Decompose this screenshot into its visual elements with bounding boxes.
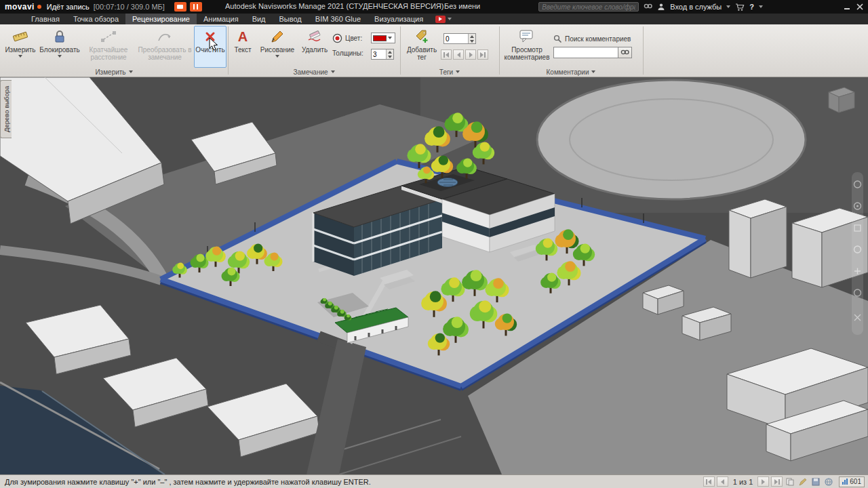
chevron-down-icon xyxy=(18,55,22,58)
thickness-spinner[interactable] xyxy=(371,49,394,60)
next-tag-button[interactable] xyxy=(465,49,476,60)
measure-group-label-text: Измерить xyxy=(95,68,125,76)
help-button[interactable]: ? xyxy=(749,3,754,11)
tag-number-input[interactable] xyxy=(444,34,468,43)
redline-erase-button[interactable]: Удалить xyxy=(300,26,330,68)
thickness-input[interactable] xyxy=(372,49,386,59)
add-tag-button[interactable]: Добавить тег xyxy=(404,26,439,68)
tab-output[interactable]: Вывод xyxy=(273,14,309,24)
tab-animation[interactable]: Анимация xyxy=(197,14,245,24)
spinner-up-icon[interactable] xyxy=(470,35,474,38)
recorder-plugin-tab[interactable] xyxy=(430,14,457,24)
tab-render[interactable]: Визуализация xyxy=(368,14,430,24)
web-indicator-icon xyxy=(823,476,834,487)
find-comments-row: Поиск комментариев xyxy=(553,35,631,43)
chevron-down-icon[interactable] xyxy=(726,5,730,8)
tags-group-label[interactable]: Теги xyxy=(400,67,499,77)
app-title: Autodesk Navisworks Manage 2021 (СТУДЕНЧ… xyxy=(225,2,443,10)
find-comments-go-button[interactable] xyxy=(618,47,632,58)
redline-group-label-text: Замечание xyxy=(293,68,328,76)
tab-viewpoint[interactable]: Точка обзора xyxy=(66,14,125,24)
tags-group-label-text: Теги xyxy=(439,68,453,76)
clear-button[interactable]: Очистить xyxy=(194,26,226,68)
comments-group-label[interactable]: Комментарии xyxy=(499,67,643,77)
tag-icon xyxy=(414,28,430,45)
tab-review[interactable]: Рецензирование xyxy=(125,14,197,24)
redline-erase-label: Удалить xyxy=(302,46,328,54)
spinner-down-icon[interactable] xyxy=(470,40,474,43)
chevron-down-icon xyxy=(129,70,133,73)
add-tag-label: Добавить тег xyxy=(405,46,439,61)
viewport-3d-scene[interactable] xyxy=(0,77,868,474)
chevron-down-icon xyxy=(58,55,62,58)
recording-time: [00:07:10 / 309.0 МБ] xyxy=(94,3,165,11)
chevron-down-icon xyxy=(456,70,460,73)
last-tag-button[interactable] xyxy=(477,49,488,60)
memory-value: 601 xyxy=(850,478,861,485)
user-icon xyxy=(657,3,665,11)
minimize-button[interactable] xyxy=(843,3,851,11)
redline-color-row: Цвет: xyxy=(332,33,362,43)
selection-tree-tab-label: Дерево выбора xyxy=(3,86,10,132)
close-button[interactable] xyxy=(856,3,864,11)
camera-icon xyxy=(177,5,183,9)
shortest-distance-button: Кратчайшее расстояние xyxy=(81,26,136,68)
selection-tree-tab[interactable]: Дерево выбора xyxy=(0,80,12,138)
measure-group-label[interactable]: Измерить xyxy=(0,67,228,77)
search-icon[interactable] xyxy=(644,3,652,12)
convert-to-redline-label: Преобразовать в замечание xyxy=(138,46,192,61)
signin-label[interactable]: Вход в службы xyxy=(670,3,722,11)
document-title: Без имени xyxy=(444,2,480,10)
viewport[interactable]: Дерево выбора xyxy=(0,77,868,474)
movavi-logo: movavi xyxy=(5,2,35,12)
redline-thickness-row: Толщины: xyxy=(332,49,363,57)
cart-icon[interactable] xyxy=(735,3,745,12)
measure-button[interactable]: Измерить xyxy=(3,26,38,68)
tag-number-spinner[interactable] xyxy=(443,33,476,44)
tab-view[interactable]: Вид xyxy=(245,14,273,24)
text-a-icon: A xyxy=(238,28,248,45)
redline-group-label[interactable]: Замечание xyxy=(228,67,400,77)
navigation-bar[interactable] xyxy=(852,172,863,335)
color-picker-dropdown[interactable] xyxy=(371,33,395,43)
ribbon: Измерить Блокировать Кратчайшее расстоян… xyxy=(0,24,868,77)
spinner-down-icon[interactable] xyxy=(388,56,392,58)
first-tag-button[interactable] xyxy=(441,49,452,60)
pause-recording-button[interactable] xyxy=(190,2,202,12)
clear-button-label: Очистить xyxy=(195,46,225,54)
redline-draw-label: Рисование xyxy=(260,46,294,54)
view-comments-button[interactable]: Просмотр комментариев xyxy=(503,26,551,68)
chevron-down-icon xyxy=(331,70,335,73)
eraser-icon xyxy=(307,28,322,45)
color-swatch xyxy=(373,35,387,41)
ruler-icon xyxy=(12,28,28,45)
measure-button-label: Измерить xyxy=(5,46,35,54)
screenshot-button[interactable] xyxy=(174,2,186,12)
disk-indicator-icon xyxy=(810,476,821,487)
redraw-indicator-icon xyxy=(797,476,808,487)
prev-sheet-button[interactable] xyxy=(717,476,728,487)
tab-home[interactable]: Главная xyxy=(24,14,66,24)
chevron-down-icon[interactable] xyxy=(759,5,763,8)
spinner-up-icon[interactable] xyxy=(388,51,392,54)
viewcube-icon[interactable] xyxy=(829,87,854,113)
last-sheet-button[interactable] xyxy=(771,476,783,487)
recording-status: Идёт запись xyxy=(47,3,90,11)
next-sheet-button[interactable] xyxy=(757,476,769,487)
prev-tag-button[interactable] xyxy=(453,49,464,60)
tab-bim360glue[interactable]: BIM 360 Glue xyxy=(309,14,368,24)
find-comments-input[interactable] xyxy=(553,47,618,58)
spinner-arrows[interactable] xyxy=(386,49,393,59)
redline-draw-button[interactable]: Рисование xyxy=(258,26,297,68)
spinner-arrows[interactable] xyxy=(468,34,475,43)
lock-icon xyxy=(53,28,66,45)
convert-to-redline-icon xyxy=(157,28,173,45)
infocenter-search-input[interactable] xyxy=(538,2,639,12)
pause-icon xyxy=(193,4,198,9)
redline-text-button[interactable]: A Текст xyxy=(231,26,255,68)
lock-button[interactable]: Блокировать xyxy=(39,26,80,68)
sheet-browser-icon[interactable] xyxy=(785,476,795,487)
sheet-indicator: 1 из 1 xyxy=(733,478,753,486)
thickness-label: Толщины: xyxy=(332,49,363,57)
first-sheet-button[interactable] xyxy=(703,476,715,487)
